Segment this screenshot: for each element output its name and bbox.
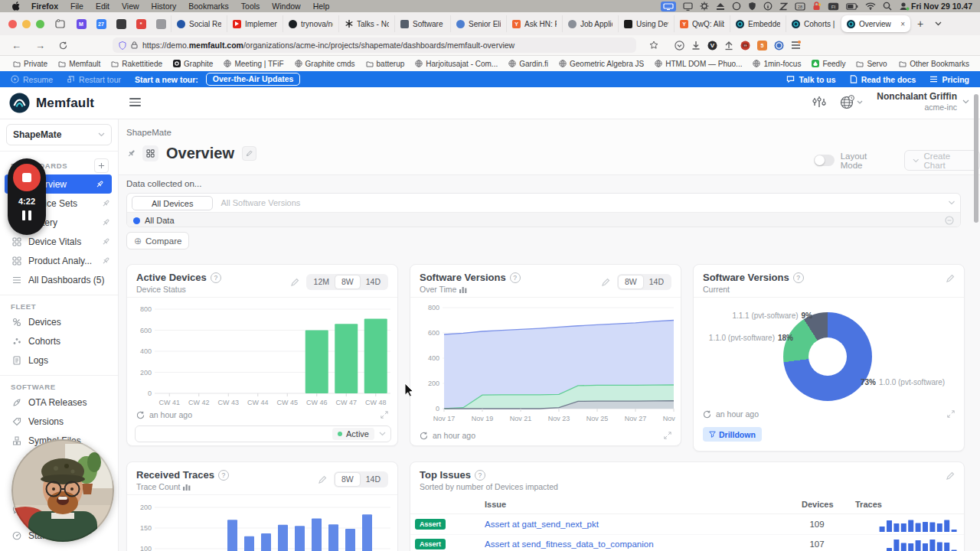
software-versions-donut-chart[interactable]	[783, 312, 872, 401]
menubar-z-icon[interactable]	[779, 2, 788, 11]
ext-vimium-icon[interactable]: V	[707, 41, 717, 51]
restart-tour-button[interactable]: Restart tour	[67, 75, 121, 84]
menubar-display-icon[interactable]	[683, 2, 693, 11]
tab-active-overview[interactable]: Overview×	[841, 15, 910, 32]
window-zoom-button[interactable]	[36, 20, 44, 28]
sidebar-item-logs[interactable]: Logs	[0, 350, 118, 370]
menubar-clock[interactable]: Fri Nov 29 10.47	[910, 2, 972, 11]
menubar-item-bookmarks[interactable]: Bookmarks	[182, 2, 235, 11]
breadcrumb[interactable]: ShapeMate	[126, 128, 172, 137]
tab[interactable]: Senior Elixir	[450, 15, 506, 32]
metric-charts-icon[interactable]	[812, 96, 826, 108]
pause-recording-button[interactable]	[8, 210, 46, 220]
tab[interactable]: trynova/nova	[283, 15, 338, 32]
ext-tampermonkey-icon[interactable]: 5	[757, 41, 767, 51]
ext-downloads-icon[interactable]	[691, 41, 701, 51]
tab[interactable]: Software De	[394, 15, 450, 32]
tab[interactable]: YAsk HN: Rec	[506, 15, 562, 32]
tab[interactable]: Using DevTo	[618, 15, 674, 32]
bookmark-feedly[interactable]: Feedly	[806, 60, 851, 68]
range-8w[interactable]: 8W	[335, 473, 360, 486]
menubar-item-view[interactable]: View	[116, 2, 145, 11]
bookmark-memfault[interactable]: Memfault	[53, 60, 106, 68]
column-issue[interactable]: Issue	[485, 500, 506, 509]
bookmark-meeting-tfif[interactable]: Meeting | TFiF	[218, 60, 289, 68]
sidebar-item-product-analy-[interactable]: Product Analy...	[0, 251, 118, 270]
pin-icon[interactable]	[101, 256, 110, 266]
expand-icon[interactable]	[381, 411, 388, 419]
window-close-button[interactable]	[8, 20, 17, 28]
help-icon[interactable]: ?	[793, 272, 804, 283]
tab[interactable]: Talks - Nova	[338, 15, 394, 32]
range-14d[interactable]: 14D	[360, 276, 387, 289]
resume-tour-button[interactable]: Resume	[11, 75, 53, 84]
pin-icon[interactable]	[101, 237, 110, 246]
app-menu-icon[interactable]	[791, 41, 801, 50]
webcam-overlay[interactable]	[11, 439, 114, 542]
pin-icon[interactable]	[101, 199, 110, 208]
menubar-item-tools[interactable]: Tools	[235, 2, 266, 11]
help-icon[interactable]: ?	[510, 272, 521, 283]
range-8w[interactable]: 8W	[335, 276, 360, 289]
refresh-icon[interactable]	[136, 411, 145, 419]
drilldown-button[interactable]: Drilldown	[703, 427, 762, 442]
forward-button[interactable]: →	[30, 40, 51, 51]
pricing-button[interactable]: Pricing	[929, 75, 969, 84]
new-tab-button[interactable]: +	[910, 18, 930, 30]
reload-button[interactable]	[54, 41, 73, 50]
range-14d[interactable]: 14D	[360, 473, 387, 486]
stop-recording-button[interactable]	[13, 164, 41, 191]
ota-updates-tour-button[interactable]: Over-the-Air Updates	[206, 73, 301, 86]
help-icon[interactable]: ?	[211, 272, 221, 283]
bookmark-harjoitusajat-com-[interactable]: Harjoitusajat - Com...	[410, 60, 503, 68]
menubar-search-icon[interactable]	[883, 2, 892, 11]
pencil-icon[interactable]	[946, 471, 955, 481]
menubar-item-firefox[interactable]: Firefox	[25, 2, 64, 11]
project-selector[interactable]: ShapeMate	[6, 124, 112, 145]
range-14d[interactable]: 14D	[643, 276, 670, 289]
expand-icon[interactable]	[947, 410, 955, 418]
range-8w[interactable]: 8W	[619, 276, 643, 289]
bookmark-geometric-algebra-js[interactable]: Geometric Algebra JS	[554, 60, 649, 68]
ext-ublock-icon[interactable]: 99	[740, 41, 750, 51]
remove-filter-icon[interactable]	[945, 216, 954, 225]
menubar-wifi-icon[interactable]	[865, 2, 876, 10]
issue-link[interactable]: Assert at send_fitness_data_to_companion	[485, 540, 654, 549]
received-traces-bar-chart[interactable]: 200150100	[133, 497, 393, 551]
bookmark-star-icon[interactable]	[644, 41, 664, 50]
sidebar-item-all-dashboards-5-[interactable]: All Dashboards (5)	[0, 270, 118, 289]
menubar-user-icon[interactable]	[899, 2, 910, 11]
menubar-item-file[interactable]: File	[64, 2, 90, 11]
refresh-icon[interactable]	[420, 432, 428, 440]
bookmark-gardin-fi[interactable]: Gardin.fi	[503, 60, 554, 68]
ext-onepassword-icon[interactable]	[774, 41, 784, 51]
sidebar-hamburger-icon[interactable]	[129, 98, 141, 109]
tab[interactable]: Implementin	[227, 15, 283, 32]
bookmark-servo[interactable]: Servo	[851, 60, 892, 68]
pencil-icon[interactable]	[601, 278, 610, 287]
range-12m[interactable]: 12M	[308, 276, 335, 289]
close-tab-icon[interactable]: ×	[900, 20, 905, 28]
sidebar-item-device-vitals[interactable]: Device Vitals	[0, 232, 118, 251]
column-traces[interactable]: Traces	[855, 500, 882, 509]
sidebar-item-cohorts[interactable]: Cohorts	[0, 331, 118, 350]
pinned-tab-asterisk[interactable]: *	[132, 15, 150, 32]
menubar-fi-icon[interactable]: FI	[828, 2, 839, 11]
url-bar[interactable]: https://demo.memfault.com/organizations/…	[113, 37, 636, 53]
expand-icon[interactable]	[664, 432, 671, 439]
bookmark-graphite[interactable]: Graphite	[168, 60, 218, 68]
active-devices-bar-chart[interactable]: 0200400600800CW 41CW 42CW 43CW 44CW 45CW…	[133, 303, 393, 410]
pencil-icon[interactable]	[946, 274, 955, 283]
pin-icon[interactable]	[101, 218, 110, 227]
tab[interactable]: Embedded C	[730, 15, 786, 32]
all-data-label[interactable]: All Data	[145, 216, 175, 225]
pinned-tab-mail[interactable]: M	[72, 15, 90, 32]
menubar-window28-icon[interactable]: 28	[795, 2, 805, 11]
memfault-logo[interactable]: Memfault	[9, 93, 94, 113]
tab[interactable]: Job Applicat	[562, 15, 618, 32]
menubar-gear-icon[interactable]	[700, 2, 709, 11]
software-versions-area-chart[interactable]: 0200400600800Nov 17Nov 19Nov 21Nov 23Nov…	[416, 302, 676, 430]
help-icon[interactable]: ?	[475, 470, 485, 481]
apple-menu-icon[interactable]	[8, 2, 25, 11]
sidebar-item-versions[interactable]: Versions	[0, 412, 118, 431]
